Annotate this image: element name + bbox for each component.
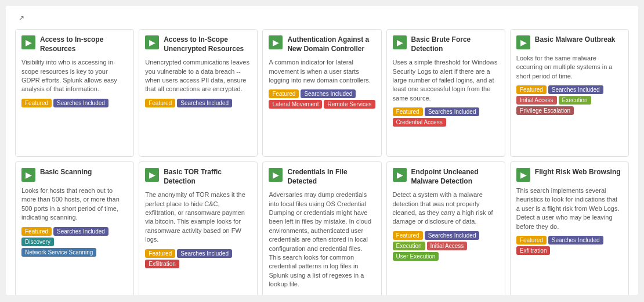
tag-exfiltration[interactable]: Exfiltration [145,260,179,268]
tag-exfiltration[interactable]: Exfiltration [516,246,551,255]
card-body: Visibility into who is accessing in-scop… [21,58,128,94]
card-body: Detect a system with a malware detection… [393,190,499,227]
tag-credential-access[interactable]: Credential Access [393,118,446,127]
card-icon: ▶ [516,168,530,182]
card-tags: FeaturedSearches IncludedExfiltration [145,249,251,268]
card-tags: FeaturedSearches IncludedInitial AccessE… [516,85,623,115]
card-header: ▶Endpoint Uncleaned Malware Detection [393,168,499,186]
card-header: ▶Credentials In File Detected [269,168,375,186]
card-tor-traffic[interactable]: ▶Basic TOR Traffic DetectionThe anonymit… [139,161,258,295]
tag-featured[interactable]: Featured [145,249,175,258]
card-title: Authentication Against a New Domain Cont… [287,35,375,53]
card-body: This search implements several heuristic… [516,186,623,231]
tag-featured[interactable]: Featured [145,99,175,107]
card-title: Basic Scanning [40,168,92,177]
tag-searches-included[interactable]: Searches Included [53,99,108,107]
tag-execution[interactable]: Execution [393,242,425,250]
card-header: ▶Flight Risk Web Browsing [516,168,623,182]
tag-featured[interactable]: Featured [516,236,547,245]
card-tags: FeaturedSearches IncludedLateral Movemen… [269,89,375,109]
card-title: Credentials In File Detected [287,168,375,186]
card-endpoint-uncleaned[interactable]: ▶Endpoint Uncleaned Malware DetectionDet… [386,161,505,295]
tag-searches-included[interactable]: Searches Included [177,99,232,107]
tag-searches-included[interactable]: Searches Included [177,249,232,258]
card-malware-outbreak[interactable]: ▶Basic Malware OutbreakLooks for the sam… [510,29,629,157]
card-icon: ▶ [393,35,407,49]
tag-featured[interactable]: Featured [269,89,299,98]
card-icon: ▶ [145,168,159,182]
card-header: ▶Basic Brute Force Detection [393,35,499,53]
tag-searches-included[interactable]: Searches Included [425,107,480,116]
card-icon: ▶ [145,35,159,49]
card-tags: FeaturedSearches Included [21,99,128,107]
cards-row-2: ▶Basic ScanningLooks for hosts that reac… [15,161,629,295]
card-title: Access to In-Scope Unencrypted Resources [164,35,251,53]
tag-featured[interactable]: Featured [516,85,547,94]
card-header: ▶Basic Scanning [21,168,128,182]
card-header: ▶Access to In-scope Resources [21,35,128,53]
main-container: ↗ ▶Access to In-scope ResourcesVisibilit… [6,6,638,295]
card-title: Flight Risk Web Browsing [535,168,621,177]
tag-searches-included[interactable]: Searches Included [53,227,108,236]
tag-network-service-scanning[interactable]: Network Service Scanning [21,248,96,257]
tag-searches-included[interactable]: Searches Included [425,231,480,240]
tag-featured[interactable]: Featured [21,99,52,107]
card-tags: FeaturedSearches Included [145,99,251,107]
card-tags: FeaturedSearches IncludedExfiltration [516,236,623,255]
card-title: Basic Brute Force Detection [411,35,499,53]
tag-remote-services[interactable]: Remote Services [324,100,375,109]
tag-featured[interactable]: Featured [393,231,423,240]
card-body: Uses a simple threshold for Windows Secu… [393,58,499,103]
card-flight-risk[interactable]: ▶Flight Risk Web BrowsingThis search imp… [510,161,629,295]
tag-initial-access[interactable]: Initial Access [427,242,468,250]
card-icon: ▶ [269,168,283,182]
card-icon: ▶ [393,168,407,182]
card-title: Endpoint Uncleaned Malware Detection [411,168,499,186]
stage-header: ↗ [15,14,629,22]
card-icon: ▶ [21,168,35,182]
tag-searches-included[interactable]: Searches Included [548,85,603,94]
card-header: ▶Basic Malware Outbreak [516,35,623,49]
tag-featured[interactable]: Featured [393,107,423,116]
card-tags: FeaturedSearches IncludedDiscoveryNetwor… [21,227,128,257]
card-icon: ▶ [21,35,35,49]
tag-initial-access[interactable]: Initial Access [516,96,557,105]
card-body: Unencrypted communications leaves you vu… [145,58,251,94]
card-brute-force[interactable]: ▶Basic Brute Force DetectionUses a simpl… [386,29,505,157]
card-body: Looks for hosts that reach out to more t… [21,186,128,222]
card-body: The anonymity of TOR makes it the perfec… [145,190,251,244]
card-title: Basic Malware Outbreak [535,35,616,45]
card-header: ▶Authentication Against a New Domain Con… [269,35,375,53]
card-access-unencrypted[interactable]: ▶Access to In-Scope Unencrypted Resource… [139,29,258,157]
tag-featured[interactable]: Featured [21,227,52,236]
card-title: Access to In-scope Resources [40,35,128,53]
card-scanning[interactable]: ▶Basic ScanningLooks for hosts that reac… [15,161,134,295]
tag-searches-included[interactable]: Searches Included [301,89,356,98]
card-credentials-file[interactable]: ▶Credentials In File DetectedAdversaries… [262,161,381,295]
tag-user-execution[interactable]: User Execution [393,252,439,261]
external-link-icon[interactable]: ↗ [19,14,24,22]
card-body: Adversaries may dump credentials into lo… [269,190,375,289]
card-auth-domain[interactable]: ▶Authentication Against a New Domain Con… [262,29,381,157]
tag-privilege-escalation[interactable]: Privilege Escalation [516,106,574,115]
cards-row-1: ▶Access to In-scope ResourcesVisibility … [15,29,629,157]
card-header: ▶Access to In-Scope Unencrypted Resource… [145,35,251,53]
card-access-inscope[interactable]: ▶Access to In-scope ResourcesVisibility … [15,29,134,157]
card-tags: FeaturedSearches IncludedExecutionInitia… [393,231,499,261]
tag-searches-included[interactable]: Searches Included [548,236,603,245]
card-body: A common indicator for lateral movement … [269,58,375,85]
card-header: ▶Basic TOR Traffic Detection [145,168,251,186]
card-tags: FeaturedSearches IncludedCredential Acce… [393,107,499,127]
card-body: Looks for the same malware occurring on … [516,54,623,81]
tag-lateral-movement[interactable]: Lateral Movement [269,100,322,109]
tag-discovery[interactable]: Discovery [21,238,54,246]
card-icon: ▶ [516,35,530,49]
card-icon: ▶ [269,35,283,49]
card-title: Basic TOR Traffic Detection [164,168,251,186]
tag-execution[interactable]: Execution [559,96,591,105]
